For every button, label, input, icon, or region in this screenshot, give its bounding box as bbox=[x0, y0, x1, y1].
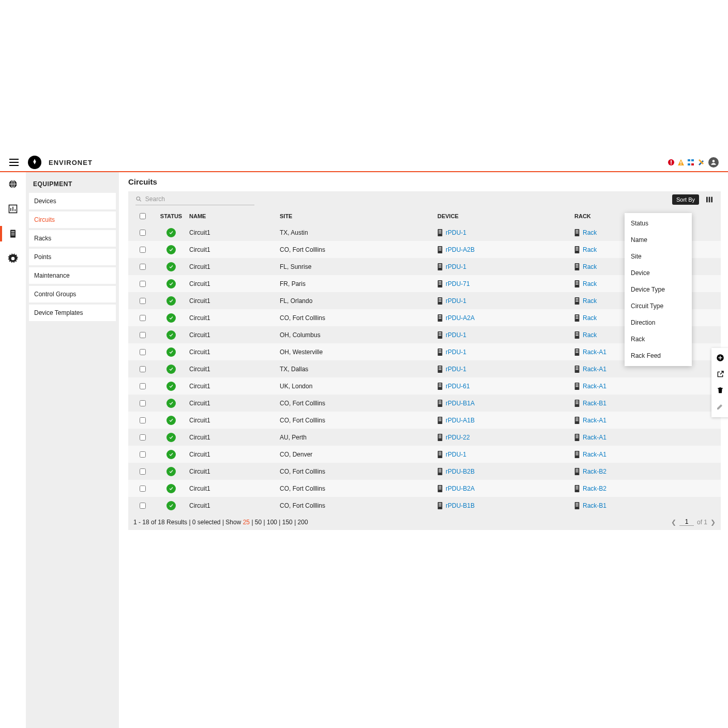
col-status: STATUS bbox=[153, 213, 189, 219]
rack-link[interactable]: Rack-A1 bbox=[583, 383, 606, 390]
search-box[interactable] bbox=[135, 195, 254, 205]
alert-critical-icon[interactable] bbox=[668, 159, 675, 166]
rack-link[interactable]: Rack-B2 bbox=[583, 468, 606, 475]
device-link[interactable]: rPDU-1 bbox=[446, 348, 466, 356]
table-row[interactable]: Circuit1CO, DenverrPDU-1Rack-A1 bbox=[128, 446, 721, 463]
row-checkbox[interactable] bbox=[140, 383, 146, 389]
row-checkbox[interactable] bbox=[140, 332, 146, 338]
rail-chart-icon[interactable] bbox=[5, 201, 21, 217]
device-link[interactable]: rPDU-1 bbox=[446, 297, 466, 305]
sort-option-site[interactable]: Site bbox=[625, 248, 692, 265]
sidebar-item-devices[interactable]: Devices bbox=[29, 193, 116, 209]
table-row[interactable]: Circuit1AU, PerthrPDU-22Rack-A1 bbox=[128, 429, 721, 446]
row-checkbox[interactable] bbox=[140, 247, 146, 253]
device-link[interactable]: rPDU-1 bbox=[446, 451, 466, 458]
device-link[interactable]: rPDU-1 bbox=[446, 331, 466, 339]
add-icon[interactable] bbox=[716, 353, 725, 364]
device-link[interactable]: rPDU-1 bbox=[446, 366, 466, 373]
select-all-checkbox[interactable] bbox=[140, 213, 146, 219]
row-checkbox[interactable] bbox=[140, 486, 146, 492]
status-ok-icon bbox=[166, 262, 176, 271]
rail-server-icon[interactable] bbox=[5, 226, 21, 241]
rack-link[interactable]: Rack-A1 bbox=[583, 366, 606, 373]
device-link[interactable]: rPDU-22 bbox=[446, 434, 470, 441]
device-link[interactable]: rPDU-1 bbox=[446, 263, 466, 270]
row-checkbox[interactable] bbox=[140, 366, 146, 372]
sort-option-name[interactable]: Name bbox=[625, 232, 692, 248]
user-icon[interactable] bbox=[708, 157, 719, 168]
device-link[interactable]: rPDU-B1B bbox=[446, 502, 475, 509]
rack-link[interactable]: Rack bbox=[583, 314, 597, 322]
row-checkbox[interactable] bbox=[140, 230, 146, 236]
rack-link[interactable]: Rack-A1 bbox=[583, 451, 606, 458]
alert-warning-icon[interactable] bbox=[677, 159, 685, 166]
row-checkbox[interactable] bbox=[140, 298, 146, 304]
row-checkbox[interactable] bbox=[140, 417, 146, 423]
rack-link[interactable]: Rack-B2 bbox=[583, 485, 606, 492]
table-row[interactable]: Circuit1CO, Fort ColllinsrPDU-B2ARack-B2 bbox=[128, 480, 721, 497]
row-checkbox[interactable] bbox=[140, 434, 146, 441]
rack-link[interactable]: Rack bbox=[583, 263, 597, 270]
search-input[interactable] bbox=[145, 195, 254, 203]
page-size-active[interactable]: 25 bbox=[243, 519, 250, 526]
sidebar-item-device-templates[interactable]: Device Templates bbox=[29, 305, 116, 321]
sidebar-item-maintenance[interactable]: Maintenance bbox=[29, 267, 116, 284]
rack-link[interactable]: Rack bbox=[583, 297, 597, 305]
rack-link[interactable]: Rack bbox=[583, 331, 597, 339]
sort-option-status[interactable]: Status bbox=[625, 215, 692, 232]
table-row[interactable]: Circuit1UK, LondonrPDU-61Rack-A1 bbox=[128, 377, 721, 395]
sidebar-item-points[interactable]: Points bbox=[29, 249, 116, 265]
rack-link[interactable]: Rack bbox=[583, 246, 597, 253]
table-row[interactable]: Circuit1CO, Fort ColllinsrPDU-B1BRack-B1 bbox=[128, 497, 721, 514]
rack-link[interactable]: Rack-A1 bbox=[583, 434, 606, 441]
tools-icon[interactable] bbox=[697, 159, 704, 166]
sidebar-item-racks[interactable]: Racks bbox=[29, 230, 116, 247]
network-icon[interactable] bbox=[687, 159, 694, 166]
page-input[interactable] bbox=[679, 518, 694, 526]
row-checkbox[interactable] bbox=[140, 281, 146, 287]
row-checkbox[interactable] bbox=[140, 264, 146, 270]
device-link[interactable]: rPDU-B1A bbox=[446, 400, 475, 407]
cell-device: rPDU-B2A bbox=[437, 485, 574, 492]
sort-option-device-type[interactable]: Device Type bbox=[625, 281, 692, 298]
rack-link[interactable]: Rack bbox=[583, 229, 597, 236]
rack-link[interactable]: Rack bbox=[583, 280, 597, 287]
sidebar-item-control-groups[interactable]: Control Groups bbox=[29, 286, 116, 302]
device-link[interactable]: rPDU-1 bbox=[446, 229, 466, 236]
table-row[interactable]: Circuit1CO, Fort ColllinsrPDU-B1ARack-B1 bbox=[128, 395, 721, 412]
next-page-icon[interactable]: ❯ bbox=[710, 519, 716, 526]
sort-option-device[interactable]: Device bbox=[625, 265, 692, 281]
export-icon[interactable] bbox=[716, 370, 724, 380]
rack-link[interactable]: Rack-A1 bbox=[583, 348, 606, 356]
rail-globe-icon[interactable] bbox=[5, 176, 21, 192]
device-link[interactable]: rPDU-B2A bbox=[446, 485, 475, 492]
table-row[interactable]: Circuit1CO, Fort ColllinsrPDU-B2BRack-B2 bbox=[128, 463, 721, 480]
row-checkbox[interactable] bbox=[140, 400, 146, 406]
sort-option-rack-feed[interactable]: Rack Feed bbox=[625, 347, 692, 364]
device-link[interactable]: rPDU-A2A bbox=[446, 314, 475, 322]
row-checkbox[interactable] bbox=[140, 503, 146, 509]
sort-option-circuit-type[interactable]: Circuit Type bbox=[625, 298, 692, 314]
prev-page-icon[interactable]: ❮ bbox=[671, 519, 676, 526]
device-link[interactable]: rPDU-A2B bbox=[446, 246, 475, 253]
sort-menu[interactable]: StatusNameSiteDeviceDevice TypeCircuit T… bbox=[625, 213, 692, 366]
row-checkbox[interactable] bbox=[140, 315, 146, 321]
rack-link[interactable]: Rack-A1 bbox=[583, 417, 606, 424]
table-row[interactable]: Circuit1CO, Fort ColllinsrPDU-A1BRack-A1 bbox=[128, 412, 721, 429]
menu-icon[interactable] bbox=[9, 159, 19, 166]
device-link[interactable]: rPDU-61 bbox=[446, 383, 470, 390]
sort-option-rack[interactable]: Rack bbox=[625, 331, 692, 347]
delete-icon[interactable] bbox=[717, 386, 724, 396]
sidebar-item-circuits[interactable]: Circuits bbox=[29, 211, 116, 228]
rack-link[interactable]: Rack-B1 bbox=[583, 400, 606, 407]
rack-link[interactable]: Rack-B1 bbox=[583, 502, 606, 509]
device-link[interactable]: rPDU-A1B bbox=[446, 417, 475, 424]
sort-option-direction[interactable]: Direction bbox=[625, 314, 692, 331]
columns-icon[interactable] bbox=[705, 195, 714, 205]
rail-settings-icon[interactable] bbox=[5, 251, 21, 266]
device-link[interactable]: rPDU-71 bbox=[446, 280, 470, 287]
row-checkbox[interactable] bbox=[140, 349, 146, 355]
row-checkbox[interactable] bbox=[140, 451, 146, 458]
device-link[interactable]: rPDU-B2B bbox=[446, 468, 475, 475]
row-checkbox[interactable] bbox=[140, 468, 146, 475]
